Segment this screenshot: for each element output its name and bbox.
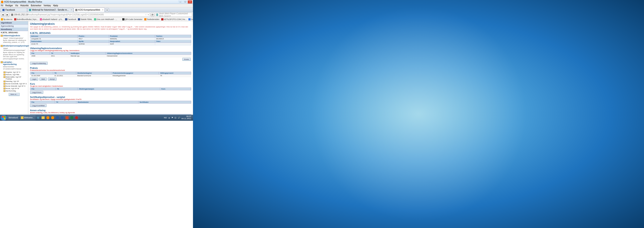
bookmark-item[interactable]: elisabeth hatland - p h... <box>40 18 63 20</box>
cell[interactable]: 01.08.2009 <box>30 74 53 77</box>
legg-til-kurs-button[interactable]: Legg til kurs <box>30 91 43 94</box>
tray-arrow-icon[interactable]: ▲ <box>168 116 170 119</box>
sidebar-subject[interactable]: Norsk hovedmål, Vg3 SF S <box>0 83 28 85</box>
search-input[interactable]: Veoh Web Player Customized Web Search <box>155 13 192 17</box>
sidebar-hovedmeny: Hovedmeny <box>0 28 28 31</box>
minimize-button[interactable]: — <box>178 0 182 3</box>
col: Fra <box>30 88 56 90</box>
outlook-icon[interactable] <box>55 115 60 120</box>
ie-icon[interactable]: e <box>36 115 40 120</box>
sidebar-subject[interactable]: Norsk Sidemål, Vg3 SF S <box>0 85 28 87</box>
tab-bar: Facebook Webmail for fotominner2 - Sendt… <box>0 7 193 12</box>
bookmark-item[interactable]: One.com Webhotell - ... <box>94 18 117 20</box>
sidebar-subject[interactable]: Naturfag, Vg1 SF <box>0 80 28 83</box>
col: Til <box>56 88 78 90</box>
td-adresse: Linegralie 31 <box>30 37 78 40</box>
network-icon[interactable]: ◫ <box>174 116 176 119</box>
page-icon <box>75 9 78 11</box>
close-icon[interactable]: ✕ <box>102 9 104 11</box>
url-host: 159.81.252.19 <box>14 13 28 16</box>
secondary-monitor-desktop[interactable] <box>193 0 644 228</box>
tab-facebook[interactable]: Facebook <box>1 7 27 12</box>
tab-label: Facebook <box>6 9 15 11</box>
cell[interactable]: Mandal kommune <box>76 74 111 77</box>
media-icon[interactable] <box>46 115 50 120</box>
col: Til <box>55 101 76 103</box>
sidebar-item-utdanning[interactable]: Utdanning/praksis <box>0 34 28 37</box>
bookmark-item[interactable]: Google Kalender <box>188 18 193 20</box>
section-utdanning-sub: Legg inn tidligere skolegang/utdanning o… <box>30 49 191 51</box>
td-tittel <box>155 43 191 45</box>
legg-til-utdanning-button[interactable]: Legg til utdanning <box>30 62 48 65</box>
bookmark-item[interactable]: Bokmålsordboka | Nyn... <box>14 18 38 20</box>
dropdown-icon[interactable]: ▾ <box>148 13 149 16</box>
clock[interactable]: 09:37 04.11.2011 <box>182 115 191 120</box>
bookmark-item[interactable]: Statisk FBML <box>78 18 92 20</box>
cell: 2008 <box>30 54 50 57</box>
menu-fil[interactable]: Fil <box>1 4 3 7</box>
cell[interactable]: 31.10.2011 <box>53 74 76 77</box>
sidebar-item-laereplan[interactable]: Læreplan - egenvurdering <box>0 61 28 66</box>
kurs-table: FraTilSted/organisasjonKurs <box>30 88 191 90</box>
volume-icon[interactable]: 🔊 <box>178 116 180 119</box>
bookmark-item[interactable]: QR-Code Generator <box>122 18 142 20</box>
sidebar-subject[interactable]: Norsk, Vg3 SF M <box>0 87 28 90</box>
firefox-taskbar-icon[interactable] <box>50 115 55 120</box>
taskbar-item[interactable]: Skrivebord <box>7 115 19 120</box>
bookmark-item[interactable]: KETILSFOTO.COM | Ke... <box>161 18 187 20</box>
menu-historikk[interactable]: Historikk <box>20 4 28 7</box>
utdanning-table: FraTilInstitusjonUtdanning/fagbrev/svenn… <box>30 52 191 57</box>
menu-rediger[interactable]: Rediger <box>6 4 13 7</box>
sidebar-subject[interactable]: Historie, Vg3 Påb. <box>0 73 28 76</box>
reload-button[interactable]: ⟳ <box>150 13 154 17</box>
bookmark-item[interactable]: Testledersiden <box>144 18 160 20</box>
forward-button[interactable]: ► <box>6 13 9 17</box>
bookmark-item[interactable]: Facebook <box>65 18 76 20</box>
word-icon[interactable] <box>60 115 64 120</box>
legg-til-sertifikat-button[interactable]: Legg til sertifikat <box>30 104 46 107</box>
sidebar-item-onsker[interactable]: Ønsker/personopplysninger <box>0 44 28 47</box>
menu-bokmerker[interactable]: Bokmerker <box>31 4 41 7</box>
globe-icon <box>11 14 13 16</box>
sidebar-subject[interactable]: Samfunnsfag <box>0 90 28 92</box>
url-input[interactable]: 159.81.252.19/kos/komp/frameset.jsp?main… <box>10 13 150 17</box>
new-tab-button[interactable]: + <box>105 8 109 12</box>
flag-icon[interactable]: ⚑ <box>172 116 173 119</box>
start-button[interactable] <box>0 115 7 120</box>
close-button[interactable]: ✕ <box>188 0 192 3</box>
tab-webmail[interactable]: Webmail for fotominner2 - Sendte m...✕ <box>28 7 73 12</box>
firefox-icon <box>1 1 4 3</box>
maximize-button[interactable]: ☐ <box>183 0 187 3</box>
language-indicator[interactable]: NO <box>164 116 167 119</box>
cell[interactable]: 75 <box>159 74 191 77</box>
powerpoint-icon[interactable] <box>65 115 69 120</box>
slett-button[interactable]: Slett <box>40 78 47 81</box>
menu-verktoy[interactable]: Verktøy <box>44 4 51 7</box>
lagre-button[interactable]: Lagre <box>30 78 38 81</box>
menu-vis[interactable]: Vis <box>15 4 18 7</box>
back-button[interactable]: ◄ <box>1 13 5 17</box>
explorer-icon[interactable] <box>41 115 45 120</box>
tab-kos[interactable]: KOS KompetanseWeb✕ <box>74 7 105 12</box>
avbryt-button[interactable]: Avbryt <box>48 78 57 81</box>
endre-button[interactable]: Endre <box>182 58 191 61</box>
excel-icon[interactable] <box>70 115 74 120</box>
th-tittel: Tittel: <box>155 40 191 43</box>
td-poststed: MANDAL <box>109 37 155 40</box>
app-icon[interactable] <box>74 115 79 120</box>
sidebar-egenvurdering[interactable]: Egenvurdering <box>0 24 28 28</box>
bookmark-item[interactable]: ftp.stav.no <box>1 18 12 20</box>
menu-hjelp[interactable]: Hjelp <box>53 4 58 7</box>
taskbar-label: Skrivebord <box>8 116 18 119</box>
close-icon[interactable]: ✕ <box>71 9 72 11</box>
cell[interactable]: Helsefagarbeider <box>111 74 159 77</box>
page-title: Utdanning/praksis <box>30 22 191 25</box>
sidebar-subject[interactable]: Matematikk, Vg2 SF Praktisk <box>0 76 28 80</box>
print-button[interactable]: Skriv ut... <box>9 93 20 96</box>
sertifikat-table: FraTilSted/utstederSertifikater <box>30 101 191 104</box>
sidebar-desc: Valget "Utdanning/praksis" åpner skjemae… <box>0 37 28 44</box>
col: Sted/arbeidsgiver <box>76 72 111 74</box>
bookmark-star-icon[interactable]: ☆ <box>145 13 147 16</box>
taskbar-item[interactable]: Biblioteke... <box>20 115 36 120</box>
sidebar-subject[interactable]: Engelsk, Vg1 SF S <box>0 71 28 73</box>
